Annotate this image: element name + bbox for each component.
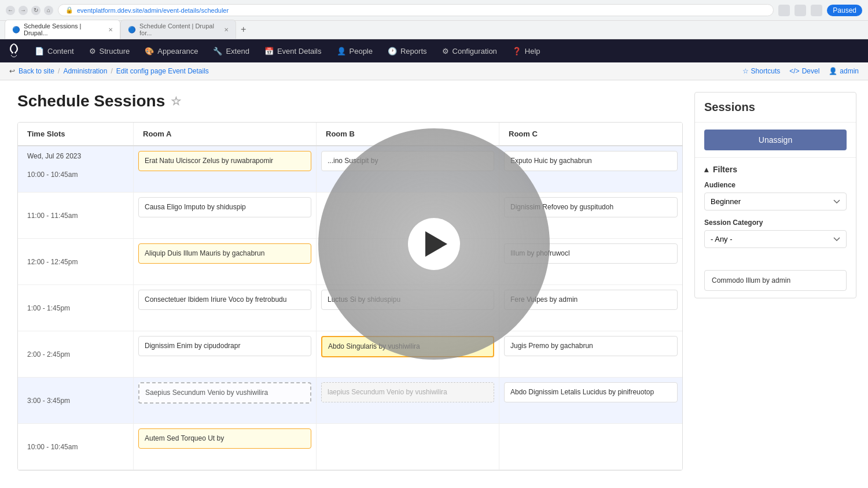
- nav-extend[interactable]: 🔧 Extend: [206, 39, 256, 62]
- back-button[interactable]: ←: [6, 6, 15, 15]
- new-tab-button[interactable]: +: [236, 20, 251, 39]
- structure-icon: ⚙: [89, 47, 96, 56]
- tab-1-label: Schedule Sessions | Drupal...: [24, 23, 105, 36]
- nav-reports[interactable]: 🕐 Reports: [381, 39, 434, 62]
- room-b-cell-6: laepius Secundum Venio by vushiwilira: [317, 378, 499, 423]
- session-card-ghost[interactable]: laepius Secundum Venio by vushiwilira: [321, 382, 494, 402]
- schedule-row-6: 3:00 - 3:45pm Saepius Secundum Venio by …: [18, 378, 682, 424]
- nav-content[interactable]: 📄 Content: [28, 39, 81, 62]
- session-category-filter-label: Session Category: [704, 219, 847, 227]
- room-a-cell-1: Erat Natu Ulciscor Zelus by ruwabrapomir: [134, 146, 317, 192]
- room-a-cell-3: Aliquip Duis Illum Mauris by gachabrun: [134, 239, 317, 284]
- home-button[interactable]: ⌂: [44, 6, 53, 15]
- schedule-row-7: 10:00 - 10:45am Autem Sed Torqueo Ut by: [18, 424, 682, 470]
- session-card[interactable]: Aliquip Duis Illum Mauris by gachabrun: [138, 243, 311, 264]
- session-card[interactable]: Consectetuer Ibidem Iriure Voco by fretr…: [138, 290, 311, 310]
- tab-1-close[interactable]: ✕: [108, 27, 113, 33]
- room-a-cell-2: Causa Eligo Imputo by shiduspip: [134, 193, 317, 238]
- session-card[interactable]: Autem Sed Torqueo Ut by: [138, 428, 311, 449]
- room-a-cell-7: Autem Sed Torqueo Ut by: [134, 424, 317, 469]
- drupal-logo[interactable]: [6, 43, 22, 59]
- tab-2-favicon: 🔵: [128, 26, 136, 34]
- video-play-circle[interactable]: [318, 128, 550, 360]
- devel-icon: </>: [789, 67, 799, 75]
- session-category-filter-group: Session Category - Any - Workshop Keynot…: [704, 219, 847, 248]
- header-time-slots: Time Slots: [18, 123, 134, 145]
- tab-bar: 🔵 Schedule Sessions | Drupal... ✕ 🔵 Sche…: [0, 21, 868, 39]
- sessions-title: Sessions: [695, 93, 856, 123]
- nav-people-label: People: [350, 47, 373, 56]
- schedule-header: Time Slots Room A Room B Room C: [18, 123, 682, 146]
- session-card-dragging[interactable]: Saepius Secundum Venio by vushiwilira: [138, 382, 311, 404]
- ext-icon-2[interactable]: [795, 5, 806, 16]
- address-bar[interactable]: 🔒 eventplatform.ddev.site/admin/event-de…: [58, 4, 774, 16]
- time-cell-3: 12:00 - 12:45pm: [18, 239, 134, 284]
- play-button[interactable]: [408, 218, 460, 270]
- audience-filter-select[interactable]: - Any - Beginner Intermediate Advanced: [704, 193, 847, 210]
- room-c-cell-6: Abdo Dignissim Letalis Lucidus by pinifr…: [499, 378, 682, 423]
- header-room-a: Room A: [134, 123, 317, 145]
- profile-button[interactable]: Paused: [827, 5, 862, 16]
- session-card[interactable]: Exputo Huic by gachabrun: [504, 151, 678, 171]
- session-category-filter-select[interactable]: - Any - Workshop Keynote Panel: [704, 230, 847, 248]
- room-a-cell-6: Saepius Secundum Venio by vushiwilira: [134, 378, 317, 423]
- forward-button[interactable]: →: [19, 6, 28, 15]
- nav-help-label: Help: [525, 47, 540, 56]
- room-b-cell-7: [317, 424, 499, 469]
- nav-structure[interactable]: ⚙ Structure: [82, 39, 137, 62]
- audience-filter-group: Audience - Any - Beginner Intermediate A…: [704, 181, 847, 210]
- tab-2-close[interactable]: ✕: [224, 27, 229, 33]
- url-text: eventplatform.ddev.site/admin/event-deta…: [77, 7, 229, 14]
- tab-1[interactable]: 🔵 Schedule Sessions | Drupal... ✕: [5, 20, 120, 39]
- nav-appearance[interactable]: 🎨 Appearance: [138, 39, 205, 62]
- browser-actions: Paused: [778, 5, 862, 16]
- back-to-site-link[interactable]: Back to site: [19, 67, 54, 75]
- time-cell-6: 3:00 - 3:45pm: [18, 378, 134, 423]
- favorite-star-icon[interactable]: ☆: [171, 94, 181, 108]
- people-icon: 👤: [337, 47, 346, 56]
- nav-people[interactable]: 👤 People: [330, 39, 380, 62]
- refresh-button[interactable]: ↻: [31, 6, 41, 15]
- time-cell-1: Wed, Jul 26 2023 10:00 - 10:45am: [18, 146, 134, 192]
- svg-point-0: [12, 52, 13, 53]
- breadcrumb-left: ↩ Back to site / Administration / Edit c…: [9, 67, 209, 75]
- nav-configuration[interactable]: ⚙ Configuration: [435, 39, 504, 62]
- room-c-cell-7: [499, 424, 682, 469]
- tab-2-label: Schedule Content | Drupal for...: [139, 23, 220, 36]
- session-card[interactable]: Causa Eligo Imputo by shiduspip: [138, 197, 311, 217]
- session-card[interactable]: Dignissim Enim by cipudodrapr: [138, 336, 311, 356]
- session-card[interactable]: Jugis Premo by gachabrun: [504, 336, 678, 356]
- content-icon: 📄: [35, 47, 44, 56]
- filters-section: Filters Audience - Any - Beginner Interm…: [695, 157, 856, 263]
- configuration-icon: ⚙: [442, 47, 449, 56]
- session-card[interactable]: Erat Natu Ulciscor Zelus by ruwabrapomir: [138, 151, 311, 171]
- browser-controls: ← → ↻ ⌂: [6, 6, 53, 15]
- shortcuts-link[interactable]: ☆ Shortcuts: [742, 67, 781, 75]
- nav-extend-label: Extend: [226, 47, 249, 56]
- ext-icon-1[interactable]: [778, 5, 790, 16]
- nav-help[interactable]: ❓ Help: [505, 39, 547, 62]
- filters-header[interactable]: Filters: [704, 165, 847, 174]
- admin-nav: 📄 Content ⚙ Structure 🎨 Appearance 🔧 Ext…: [0, 39, 868, 62]
- nav-event-details[interactable]: 📅 Event Details: [258, 39, 329, 62]
- devel-link[interactable]: </> Devel: [789, 67, 819, 75]
- unassign-button[interactable]: Unassign: [704, 130, 847, 150]
- admin-user-link[interactable]: 👤 admin: [829, 67, 859, 75]
- sidebar-session-card[interactable]: Commodo Illum by admin: [704, 270, 847, 291]
- nav-event-details-label: Event Details: [277, 47, 322, 56]
- star-icon: ☆: [742, 67, 749, 75]
- session-card[interactable]: Abdo Dignissim Letalis Lucidus by pinifr…: [504, 382, 678, 402]
- breadcrumb-sep-1: /: [58, 67, 60, 75]
- administration-link[interactable]: Administration: [63, 67, 107, 75]
- header-room-c: Room C: [499, 123, 682, 145]
- breadcrumb-right: ☆ Shortcuts </> Devel 👤 admin: [742, 67, 859, 75]
- appearance-icon: 🎨: [145, 47, 154, 56]
- svg-point-1: [15, 52, 16, 53]
- nav-appearance-label: Appearance: [157, 47, 198, 56]
- ext-icon-3[interactable]: [811, 5, 822, 16]
- play-triangle-icon: [425, 231, 447, 257]
- breadcrumb-bar: ↩ Back to site / Administration / Edit c…: [0, 62, 868, 80]
- tab-2[interactable]: 🔵 Schedule Content | Drupal for... ✕: [120, 20, 236, 39]
- nav-structure-label: Structure: [100, 47, 130, 56]
- breadcrumb-current[interactable]: Edit config page Event Details: [116, 67, 209, 75]
